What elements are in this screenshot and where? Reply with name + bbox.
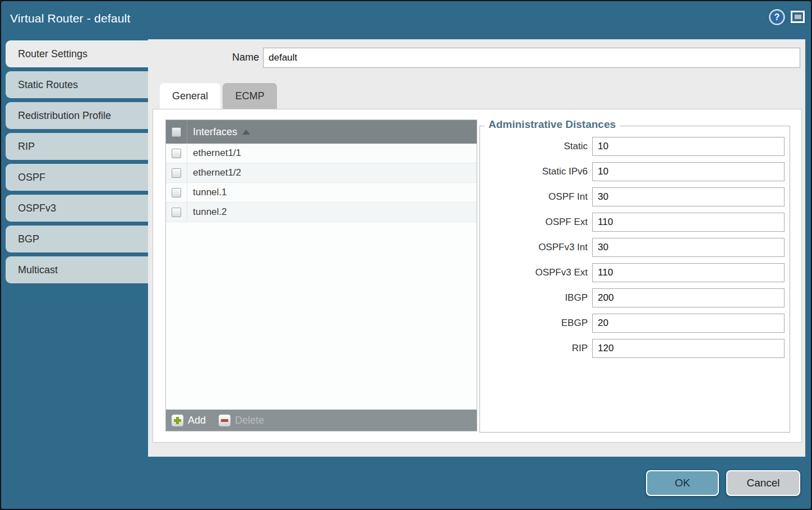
administrative-distances-group: Administrative Distances Static Static I… <box>479 126 790 433</box>
interfaces-table-body: ethernet1/1 ethernet1/2 tunnel.1 <box>166 144 477 410</box>
window-restore-icon-inner <box>795 15 801 19</box>
select-all-checkbox[interactable] <box>172 127 181 137</box>
interfaces-table-header: Interfaces <box>166 120 477 144</box>
table-row[interactable]: ethernet1/2 <box>166 163 477 183</box>
minus-icon <box>218 414 231 427</box>
plus-icon <box>171 414 184 427</box>
add-button[interactable]: Add <box>171 414 206 427</box>
sidebar-item-multicast[interactable]: Multicast <box>6 256 148 283</box>
ospf-ext-input[interactable] <box>592 213 785 232</box>
ibgp-label: IBGP <box>480 288 588 307</box>
field-row: Static <box>480 137 790 156</box>
field-row: EBGP <box>480 314 790 333</box>
delete-button-label: Delete <box>235 415 264 426</box>
ok-button[interactable]: OK <box>646 470 719 496</box>
ospfv3-int-label: OSPFv3 Int <box>480 238 588 257</box>
row-checkbox-cell <box>166 183 187 202</box>
interfaces-table-footer: Add Delete <box>166 410 477 431</box>
ospfv3-ext-label: OSPFv3 Ext <box>480 263 588 282</box>
ebgp-input[interactable] <box>592 314 785 333</box>
ospf-ext-label: OSPF Ext <box>480 213 588 232</box>
sidebar-item-rip[interactable]: RIP <box>6 133 148 160</box>
ospf-int-label: OSPF Int <box>480 187 588 206</box>
ospfv3-ext-input[interactable] <box>592 263 785 282</box>
row-checkbox[interactable] <box>172 188 181 197</box>
row-checkbox-cell <box>166 163 187 182</box>
field-row: IBGP <box>480 288 790 307</box>
virtual-router-dialog: Virtual Router - default ? Router Settin… <box>0 0 812 510</box>
sidebar-item-ospf[interactable]: OSPF <box>6 164 148 191</box>
ospf-int-input[interactable] <box>592 187 785 206</box>
row-checkbox[interactable] <box>172 208 181 217</box>
delete-button[interactable]: Delete <box>218 414 264 427</box>
field-row: OSPF Ext <box>480 213 790 232</box>
sort-ascending-icon[interactable] <box>242 130 250 135</box>
dialog-titlebar: Virtual Router - default ? <box>1 1 811 39</box>
field-row: OSPFv3 Int <box>480 238 790 257</box>
sidebar: Router Settings Static Routes Redistribu… <box>6 40 148 287</box>
sidebar-item-bgp[interactable]: BGP <box>6 226 148 252</box>
select-all-cell <box>166 120 187 144</box>
table-row[interactable]: ethernet1/1 <box>166 144 477 163</box>
row-checkbox-cell <box>166 144 187 163</box>
field-row: OSPF Int <box>480 187 790 206</box>
interfaces-table: Interfaces ethernet1/1 ethernet <box>165 120 477 431</box>
interface-name: tunnel.2 <box>187 203 227 222</box>
table-row[interactable]: tunnel.2 <box>166 203 477 222</box>
router-settings-panel: Name General ECMP Interfaces <box>148 39 805 457</box>
administrative-distances-legend: Administrative Distances <box>485 118 620 131</box>
interface-name: ethernet1/2 <box>187 163 241 182</box>
ibgp-input[interactable] <box>592 288 785 307</box>
sidebar-item-redistribution-profile[interactable]: Redistribution Profile <box>6 102 148 129</box>
static-ipv6-input[interactable] <box>592 162 785 181</box>
static-input[interactable] <box>592 137 785 156</box>
cancel-button[interactable]: Cancel <box>726 470 800 496</box>
ospfv3-int-input[interactable] <box>592 238 785 257</box>
field-row: RIP <box>480 339 790 358</box>
window-restore-icon[interactable] <box>791 11 805 23</box>
sidebar-item-router-settings[interactable]: Router Settings <box>6 40 148 67</box>
administrative-distances-rows: Static Static IPv6 OSPF Int OSPF Ext <box>480 126 790 358</box>
sidebar-item-ospfv3[interactable]: OSPFv3 <box>6 195 148 222</box>
row-checkbox[interactable] <box>172 168 181 178</box>
field-row: OSPFv3 Ext <box>480 263 790 282</box>
interface-name: tunnel.1 <box>187 183 227 202</box>
general-tab-content: Interfaces ethernet1/1 ethernet <box>153 109 802 443</box>
rip-input[interactable] <box>592 339 785 358</box>
name-input[interactable] <box>263 48 800 68</box>
name-label: Name <box>202 48 259 67</box>
rip-label: RIP <box>480 339 588 358</box>
add-button-label: Add <box>188 415 206 426</box>
row-checkbox-cell <box>166 203 187 222</box>
ebgp-label: EBGP <box>480 314 588 333</box>
tab-ecmp[interactable]: ECMP <box>223 83 277 109</box>
table-row[interactable]: tunnel.1 <box>166 183 477 203</box>
field-row: Static IPv6 <box>480 162 790 181</box>
sidebar-item-static-routes[interactable]: Static Routes <box>6 71 148 98</box>
help-icon[interactable]: ? <box>769 9 785 25</box>
dialog-title: Virtual Router - default <box>10 12 131 25</box>
interface-name: ethernet1/1 <box>187 144 241 163</box>
interfaces-column-header[interactable]: Interfaces <box>187 126 237 138</box>
row-checkbox[interactable] <box>172 149 181 158</box>
static-ipv6-label: Static IPv6 <box>480 162 588 181</box>
tab-general[interactable]: General <box>160 83 220 109</box>
static-label: Static <box>480 137 588 156</box>
